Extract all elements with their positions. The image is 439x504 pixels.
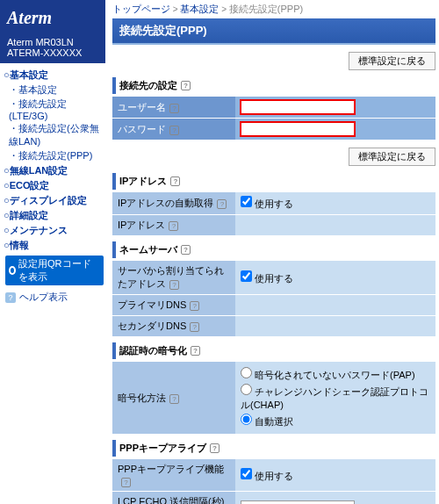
model-info: Aterm MR03LN ATERM-XXXXXX	[0, 35, 105, 63]
nav-basic-sub3[interactable]: ・接続先設定(公衆無線LAN)	[9, 122, 104, 148]
help-icon: ?	[5, 292, 16, 303]
cell-srv: 使用する	[235, 261, 435, 295]
nav-basic-sub4[interactable]: ・接続先設定(PPP)	[9, 149, 104, 162]
help-icon[interactable]: ?	[170, 176, 180, 186]
label-lcp1: LCP ECHO 送信間隔(秒)?	[112, 492, 235, 505]
label-pass: パスワード?	[112, 119, 235, 140]
help-icon[interactable]: ?	[181, 81, 191, 90]
label-ipaddr: IPアドレス?	[112, 215, 235, 236]
cell-ipaddr	[235, 215, 435, 236]
label-enc: 暗号化方法?	[112, 362, 235, 435]
gear-icon	[9, 266, 16, 275]
label-srv: サーバから割り当てられたアドレス?	[112, 261, 235, 295]
help-icon[interactable]: ?	[217, 199, 227, 209]
table-connection: ユーザー名? パスワード?	[112, 97, 435, 140]
pass-input[interactable]	[241, 122, 355, 136]
autoip-checkbox[interactable]	[241, 196, 252, 207]
sidebar: Aterm Aterm MR03LN ATERM-XXXXXX ○基本設定 ・基…	[0, 0, 105, 504]
help-icon[interactable]: ?	[169, 221, 178, 231]
kaen-checkbox[interactable]	[241, 468, 252, 479]
use-label: 使用する	[255, 471, 293, 481]
table-ka: PPPキープアライブ機能? 使用する LCP ECHO 送信間隔(秒)? LCP…	[112, 459, 435, 504]
radio-chap-label[interactable]: チャレンジハンドシェーク認証プロトコル(CHAP)	[241, 384, 430, 412]
radio-chap[interactable]	[241, 384, 252, 395]
label-sdns: セカンダリDNS?	[112, 316, 235, 337]
nav-disp[interactable]: ○ディスプレイ設定	[4, 194, 104, 207]
breadcrumb: トップページ > 基本設定 > 接続先設定(PPP)	[112, 0, 435, 18]
radio-pap-label[interactable]: 暗号化されていないパスワード(PAP)	[241, 367, 430, 382]
help-icon[interactable]: ?	[190, 301, 199, 311]
help-icon[interactable]: ?	[169, 126, 179, 135]
section-ns: ネームサーバ?	[112, 241, 435, 258]
nav-basic[interactable]: ○基本設定	[4, 68, 104, 82]
logo: Aterm	[0, 0, 105, 35]
help-icon[interactable]: ?	[169, 280, 179, 290]
model-name: Aterm MR03LN	[7, 37, 105, 47]
cell-lcp1	[235, 492, 435, 505]
section-connection: 接続先の設定?	[112, 77, 435, 94]
device-name: ATERM-XXXXXX	[7, 47, 105, 58]
qr-button[interactable]: 設定用QRコードを表示	[5, 256, 104, 285]
help-icon[interactable]: ?	[181, 245, 191, 255]
main: トップページ > 基本設定 > 接続先設定(PPP) 接続先設定(PPP) 標準…	[105, 0, 439, 504]
user-input[interactable]	[241, 100, 355, 114]
label-user: ユーザー名?	[112, 97, 235, 119]
cell-enc: 暗号化されていないパスワード(PAP) チャレンジハンドシェーク認証プロトコル(…	[235, 362, 435, 435]
use-label: 使用する	[255, 198, 293, 209]
table-ns: サーバから割り当てられたアドレス? 使用する プライマリDNS? セカンダリDN…	[112, 261, 435, 337]
page-title: 接続先設定(PPP)	[112, 18, 435, 45]
cell-pass	[235, 119, 435, 140]
help-icon[interactable]: ?	[191, 346, 200, 356]
label-autoip: IPアドレスの自動取得?	[112, 192, 235, 215]
section-ka: PPPキープアライブ?	[112, 440, 435, 457]
crumb-basic[interactable]: 基本設定	[180, 4, 219, 14]
radio-auto[interactable]	[241, 414, 252, 425]
nav-basic-sub1[interactable]: ・基本設定	[9, 83, 104, 97]
nav-eco[interactable]: ○ECO設定	[4, 179, 104, 192]
label-kaen: PPPキープアライブ機能?	[112, 459, 235, 492]
help-icon[interactable]: ?	[121, 478, 131, 487]
nav: ○基本設定 ・基本設定 ・接続先設定(LTE/3G) ・接続先設定(公衆無線LA…	[0, 68, 105, 304]
help-link[interactable]: ?ヘルプ表示	[5, 291, 104, 304]
table-ip: IPアドレスの自動取得? 使用する IPアドレス?	[112, 192, 435, 236]
nav-detail[interactable]: ○詳細設定	[4, 209, 104, 222]
reset-std-button-mid[interactable]: 標準設定に戻る	[349, 148, 435, 166]
crumb-top[interactable]: トップページ	[112, 4, 170, 14]
lcp1-input[interactable]	[241, 500, 355, 504]
cell-kaen: 使用する	[235, 459, 435, 492]
nav-info[interactable]: ○情報	[4, 239, 104, 252]
nav-basic-sub2[interactable]: ・接続先設定(LTE/3G)	[9, 97, 104, 121]
cell-pdns	[235, 295, 435, 316]
label-pdns: プライマリDNS?	[112, 295, 235, 316]
help-icon[interactable]: ?	[169, 104, 179, 113]
table-auth: 暗号化方法? 暗号化されていないパスワード(PAP) チャレンジハンドシェーク認…	[112, 362, 435, 435]
nav-maint[interactable]: ○メンテナンス	[4, 224, 104, 237]
cell-autoip: 使用する	[235, 192, 435, 215]
srv-checkbox[interactable]	[241, 270, 252, 282]
section-ip: IPアドレス?	[112, 173, 435, 190]
nav-wlan[interactable]: ○無線LAN設定	[4, 164, 104, 177]
help-icon[interactable]: ?	[190, 322, 199, 332]
reset-std-button-top[interactable]: 標準設定に戻る	[349, 52, 435, 70]
help-icon[interactable]: ?	[169, 394, 179, 404]
crumb-here: 接続先設定(PPP)	[229, 4, 303, 14]
help-icon[interactable]: ?	[210, 443, 220, 453]
cell-sdns	[235, 316, 435, 337]
cell-user	[235, 97, 435, 119]
radio-pap[interactable]	[241, 367, 252, 378]
section-auth: 認証時の暗号化?	[112, 342, 435, 359]
radio-auto-label[interactable]: 自動選択	[241, 414, 430, 428]
use-label: 使用する	[255, 273, 293, 284]
